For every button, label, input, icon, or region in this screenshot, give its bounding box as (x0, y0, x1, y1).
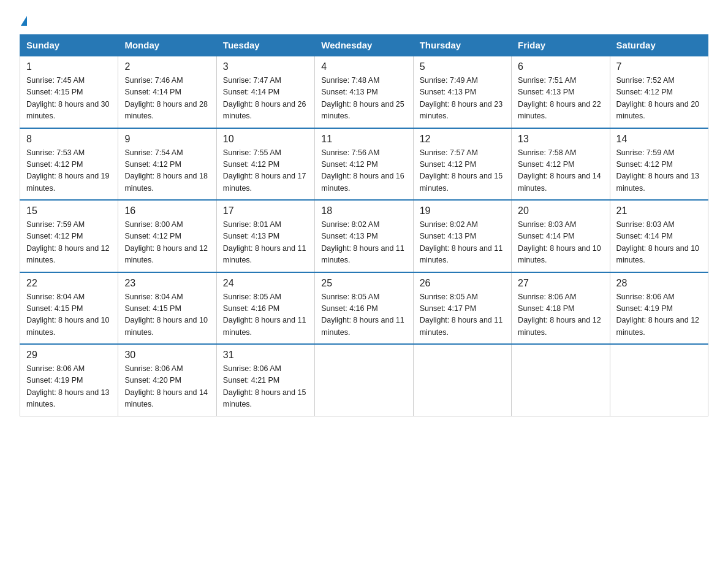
day-info: Sunrise: 8:06 AMSunset: 4:18 PMDaylight:… (518, 291, 603, 339)
day-number: 7 (616, 61, 702, 72)
day-info: Sunrise: 7:56 AMSunset: 4:12 PMDaylight:… (321, 147, 406, 195)
logo-triangle-icon (21, 16, 27, 26)
day-info: Sunrise: 7:54 AMSunset: 4:12 PMDaylight:… (124, 147, 210, 195)
day-number: 5 (420, 61, 505, 72)
day-info: Sunrise: 8:03 AMSunset: 4:14 PMDaylight:… (616, 219, 702, 267)
day-info: Sunrise: 7:53 AMSunset: 4:12 PMDaylight:… (26, 147, 112, 195)
weekday-header-wednesday: Wednesday (315, 35, 413, 56)
calendar-cell (413, 344, 511, 416)
day-info: Sunrise: 7:51 AMSunset: 4:13 PMDaylight:… (518, 75, 603, 123)
day-number: 19 (420, 205, 505, 216)
day-number: 15 (26, 205, 112, 216)
day-info: Sunrise: 8:05 AMSunset: 4:16 PMDaylight:… (223, 291, 308, 339)
calendar-cell: 24Sunrise: 8:05 AMSunset: 4:16 PMDayligh… (216, 272, 314, 345)
day-info: Sunrise: 8:02 AMSunset: 4:13 PMDaylight:… (321, 219, 406, 267)
day-info: Sunrise: 8:05 AMSunset: 4:16 PMDaylight:… (321, 291, 406, 339)
calendar-cell: 21Sunrise: 8:03 AMSunset: 4:14 PMDayligh… (610, 200, 708, 272)
calendar-cell: 13Sunrise: 7:58 AMSunset: 4:12 PMDayligh… (512, 128, 610, 201)
day-info: Sunrise: 7:59 AMSunset: 4:12 PMDaylight:… (616, 147, 702, 195)
calendar-cell: 6Sunrise: 7:51 AMSunset: 4:13 PMDaylight… (512, 56, 610, 128)
calendar-cell: 10Sunrise: 7:55 AMSunset: 4:12 PMDayligh… (216, 128, 314, 201)
calendar-cell: 1Sunrise: 7:45 AMSunset: 4:15 PMDaylight… (20, 56, 118, 128)
day-info: Sunrise: 8:01 AMSunset: 4:13 PMDaylight:… (223, 219, 308, 267)
calendar-cell: 11Sunrise: 7:56 AMSunset: 4:12 PMDayligh… (315, 128, 413, 201)
day-info: Sunrise: 7:58 AMSunset: 4:12 PMDaylight:… (518, 147, 603, 195)
day-number: 12 (420, 134, 505, 145)
calendar-cell: 19Sunrise: 8:02 AMSunset: 4:13 PMDayligh… (413, 200, 511, 272)
calendar-cell: 25Sunrise: 8:05 AMSunset: 4:16 PMDayligh… (315, 272, 413, 345)
day-number: 20 (518, 205, 603, 216)
day-info: Sunrise: 7:57 AMSunset: 4:12 PMDaylight:… (420, 147, 505, 195)
week-row-5: 29Sunrise: 8:06 AMSunset: 4:19 PMDayligh… (20, 344, 708, 416)
calendar-cell: 15Sunrise: 7:59 AMSunset: 4:12 PMDayligh… (20, 200, 118, 272)
calendar-cell: 12Sunrise: 7:57 AMSunset: 4:12 PMDayligh… (413, 128, 511, 201)
calendar-cell: 30Sunrise: 8:06 AMSunset: 4:20 PMDayligh… (118, 344, 216, 416)
day-number: 6 (518, 61, 603, 72)
day-info: Sunrise: 8:06 AMSunset: 4:20 PMDaylight:… (124, 363, 210, 411)
week-row-4: 22Sunrise: 8:04 AMSunset: 4:15 PMDayligh… (20, 272, 708, 345)
calendar-cell (512, 344, 610, 416)
day-info: Sunrise: 8:04 AMSunset: 4:15 PMDaylight:… (26, 291, 112, 339)
calendar-cell: 3Sunrise: 7:47 AMSunset: 4:14 PMDaylight… (216, 56, 314, 128)
day-info: Sunrise: 8:06 AMSunset: 4:19 PMDaylight:… (26, 363, 112, 411)
day-info: Sunrise: 7:48 AMSunset: 4:13 PMDaylight:… (321, 75, 406, 123)
day-info: Sunrise: 8:05 AMSunset: 4:17 PMDaylight:… (420, 291, 505, 339)
calendar-cell: 2Sunrise: 7:46 AMSunset: 4:14 PMDaylight… (118, 56, 216, 128)
day-number: 21 (616, 205, 702, 216)
day-info: Sunrise: 8:06 AMSunset: 4:19 PMDaylight:… (616, 291, 702, 339)
calendar-cell: 7Sunrise: 7:52 AMSunset: 4:12 PMDaylight… (610, 56, 708, 128)
day-info: Sunrise: 7:46 AMSunset: 4:14 PMDaylight:… (124, 75, 210, 123)
calendar-cell: 16Sunrise: 8:00 AMSunset: 4:12 PMDayligh… (118, 200, 216, 272)
calendar-cell: 26Sunrise: 8:05 AMSunset: 4:17 PMDayligh… (413, 272, 511, 345)
day-number: 13 (518, 134, 603, 145)
day-number: 29 (26, 350, 112, 361)
day-number: 2 (124, 61, 210, 72)
day-number: 31 (223, 350, 308, 361)
calendar-cell: 9Sunrise: 7:54 AMSunset: 4:12 PMDaylight… (118, 128, 216, 201)
day-number: 14 (616, 134, 702, 145)
day-number: 3 (223, 61, 308, 72)
calendar-cell (315, 344, 413, 416)
calendar-cell: 5Sunrise: 7:49 AMSunset: 4:13 PMDaylight… (413, 56, 511, 128)
day-number: 26 (420, 278, 505, 289)
weekday-header-thursday: Thursday (413, 35, 511, 56)
calendar-cell: 23Sunrise: 8:04 AMSunset: 4:15 PMDayligh… (118, 272, 216, 345)
day-number: 23 (124, 278, 210, 289)
weekday-header-row: SundayMondayTuesdayWednesdayThursdayFrid… (20, 35, 708, 56)
day-info: Sunrise: 8:04 AMSunset: 4:15 PMDaylight:… (124, 291, 210, 339)
calendar-cell: 29Sunrise: 8:06 AMSunset: 4:19 PMDayligh… (20, 344, 118, 416)
weekday-header-friday: Friday (512, 35, 610, 56)
day-number: 22 (26, 278, 112, 289)
day-info: Sunrise: 7:55 AMSunset: 4:12 PMDaylight:… (223, 147, 308, 195)
calendar-cell: 27Sunrise: 8:06 AMSunset: 4:18 PMDayligh… (512, 272, 610, 345)
day-number: 4 (321, 61, 406, 72)
day-info: Sunrise: 8:03 AMSunset: 4:14 PMDaylight:… (518, 219, 603, 267)
weekday-header-saturday: Saturday (610, 35, 708, 56)
day-number: 11 (321, 134, 406, 145)
calendar-cell: 8Sunrise: 7:53 AMSunset: 4:12 PMDaylight… (20, 128, 118, 201)
day-info: Sunrise: 7:47 AMSunset: 4:14 PMDaylight:… (223, 75, 308, 123)
day-number: 16 (124, 205, 210, 216)
day-info: Sunrise: 8:06 AMSunset: 4:21 PMDaylight:… (223, 363, 308, 411)
day-number: 27 (518, 278, 603, 289)
day-number: 10 (223, 134, 308, 145)
header (20, 15, 708, 27)
day-number: 24 (223, 278, 308, 289)
calendar-cell: 4Sunrise: 7:48 AMSunset: 4:13 PMDaylight… (315, 56, 413, 128)
day-number: 8 (26, 134, 112, 145)
calendar-cell: 14Sunrise: 7:59 AMSunset: 4:12 PMDayligh… (610, 128, 708, 201)
day-number: 9 (124, 134, 210, 145)
day-info: Sunrise: 7:49 AMSunset: 4:13 PMDaylight:… (420, 75, 505, 123)
calendar-cell: 20Sunrise: 8:03 AMSunset: 4:14 PMDayligh… (512, 200, 610, 272)
day-info: Sunrise: 7:52 AMSunset: 4:12 PMDaylight:… (616, 75, 702, 123)
day-info: Sunrise: 7:45 AMSunset: 4:15 PMDaylight:… (26, 75, 112, 123)
day-number: 1 (26, 61, 112, 72)
week-row-3: 15Sunrise: 7:59 AMSunset: 4:12 PMDayligh… (20, 200, 708, 272)
day-info: Sunrise: 8:02 AMSunset: 4:13 PMDaylight:… (420, 219, 505, 267)
logo (20, 15, 27, 27)
calendar-cell: 31Sunrise: 8:06 AMSunset: 4:21 PMDayligh… (216, 344, 314, 416)
day-info: Sunrise: 7:59 AMSunset: 4:12 PMDaylight:… (26, 219, 112, 267)
calendar-cell: 18Sunrise: 8:02 AMSunset: 4:13 PMDayligh… (315, 200, 413, 272)
weekday-header-tuesday: Tuesday (216, 35, 314, 56)
weekday-header-monday: Monday (118, 35, 216, 56)
